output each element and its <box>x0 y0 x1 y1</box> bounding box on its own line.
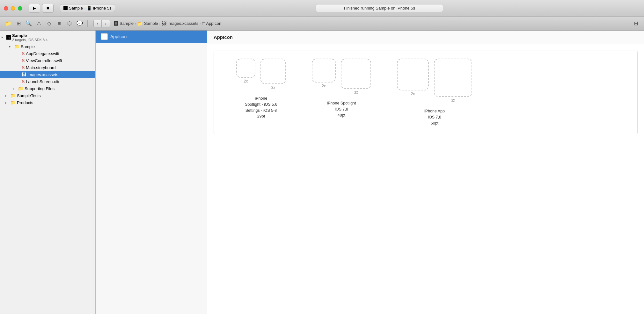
sidebar-root[interactable]: 🅰 Sample 2 targets, iOS SDK 8.4 <box>0 32 95 43</box>
slot-3x-2[interactable] <box>341 59 371 89</box>
sidebar-item-mainstoryboard[interactable]: S Main.storyboard <box>0 64 95 71</box>
slot-scale-3x-2: 3x <box>354 90 358 95</box>
file-list-item-appicon[interactable]: AppIcon <box>96 31 207 43</box>
supporting-label: Supporting Files <box>25 86 55 91</box>
supporting-folder-icon: 📁 <box>18 86 23 91</box>
storyboard-icon: S <box>22 65 25 70</box>
slot-2x-2[interactable] <box>312 59 336 82</box>
stop-button[interactable]: ■ <box>42 4 54 13</box>
section-iphone-spotlight-settings: 2x 3x iPhoneSpotlight - iOS 5,6Settings … <box>223 59 299 119</box>
forward-button[interactable]: › <box>102 20 110 27</box>
breadcrumb-nav: 🅰 Sample › 📁 Sample › 🖼 Images.xcassets … <box>114 21 221 26</box>
breadcrumb-appicon[interactable]: □ AppIcon <box>202 21 221 26</box>
device-label: iPhone 5s <box>93 6 112 11</box>
symbol-navigator-icon[interactable]: ⊞ <box>14 19 23 28</box>
sampletests-disc <box>5 94 9 97</box>
slot-3x-1[interactable] <box>260 59 286 84</box>
split-editor-icon[interactable]: ⊟ <box>631 19 640 28</box>
toolbar: 📁 ⊞ 🔍 ⚠ ◇ ≡ ⬡ 💬 ‹ › 🅰 Sample › 📁 Sample … <box>0 17 644 31</box>
issue-navigator-icon[interactable]: ⚠ <box>34 19 43 28</box>
slot-scale-2x-2: 2x <box>322 84 326 88</box>
log-navigator-icon[interactable]: 💬 <box>75 19 84 28</box>
scheme-selector[interactable]: 🅰 Sample › 📱 iPhone 5s <box>60 4 115 12</box>
sidebar-item-supporting-files[interactable]: 📁 Supporting Files <box>0 85 95 92</box>
breadcrumb-sep-3: › <box>200 22 201 25</box>
slot-col-3x-2: 3x <box>341 59 371 95</box>
back-button[interactable]: ‹ <box>93 20 102 27</box>
breadcrumb-folder-label: Sample <box>144 21 158 26</box>
vc-label: ViewController.swift <box>26 58 62 63</box>
appdelegate-label: AppDelegate.swift <box>26 51 59 56</box>
sampletests-label: SampleTests <box>17 93 40 98</box>
breadcrumb-appicon-label: AppIcon <box>206 21 221 26</box>
xcassets-label: Images.xcassets <box>27 72 58 77</box>
sampletests-icon: 📁 <box>10 93 16 98</box>
content-title: AppIcon <box>214 34 233 40</box>
sidebar-item-sampletests[interactable]: 📁 SampleTests <box>0 92 95 99</box>
status-message: Finished running Sample on iPhone 5s <box>316 4 443 12</box>
products-disc <box>5 101 9 104</box>
swift-file-icon-2: S <box>22 58 25 63</box>
project-root-icon: 🅰 <box>6 35 11 40</box>
slot-scale-3x-1: 3x <box>271 85 275 90</box>
sidebar-item-viewcontroller[interactable]: S ViewController.swift <box>0 57 95 64</box>
section-title-2: iPhone SpotlightiOS 7,840pt <box>327 100 356 118</box>
folder-navigator-icon[interactable]: 📁 <box>4 19 13 28</box>
appicon-bc-icon: □ <box>202 21 205 26</box>
section-iphone-app: 2x 3x iPhone AppiOS 7,860pt <box>384 59 485 126</box>
close-button[interactable] <box>4 6 8 11</box>
section-title-3: iPhone AppiOS 7,860pt <box>424 108 445 126</box>
section-title-1: iPhoneSpotlight - iOS 5,6Settings - iOS … <box>245 96 277 119</box>
slot-col-2x-3: 2x <box>397 59 429 103</box>
breadcrumb-sample-folder[interactable]: 📁 Sample <box>137 21 158 26</box>
main-layout: 🅰 Sample 2 targets, iOS SDK 8.4 📁 Sample… <box>0 31 644 314</box>
report-navigator-icon[interactable]: ⬡ <box>65 19 74 28</box>
sidebar-item-sample-folder[interactable]: 📁 Sample <box>0 43 95 50</box>
breadcrumb-sep-2: › <box>159 22 161 25</box>
slot-3x-3[interactable] <box>434 59 472 97</box>
xcassets-icon: 🖼 <box>162 21 166 26</box>
sidebar-item-appdelegate[interactable]: S AppDelegate.swift <box>0 50 95 57</box>
sample-folder-disclosure <box>9 45 13 48</box>
breakpoint-navigator-icon[interactable]: ≡ <box>55 19 64 28</box>
run-button[interactable]: ▶ <box>29 4 40 13</box>
scheme-icon: 🅰 <box>63 6 68 11</box>
root-name: Sample <box>12 33 48 38</box>
sidebar: 🅰 Sample 2 targets, iOS SDK 8.4 📁 Sample… <box>0 31 96 314</box>
slot-2x-1[interactable] <box>236 59 255 78</box>
separator: › <box>84 6 85 10</box>
sample-folder-icon: 📁 <box>14 44 19 49</box>
storyboard-label: Main.storyboard <box>26 65 55 70</box>
slots-row-2: 2x 3x <box>312 59 371 95</box>
breadcrumb-sample-project[interactable]: 🅰 Sample <box>114 21 134 26</box>
root-info: Sample 2 targets, iOS SDK 8.4 <box>12 33 48 42</box>
debug-navigator-icon[interactable]: ◇ <box>45 19 54 28</box>
swift-file-icon: S <box>22 51 25 56</box>
breadcrumb-project-label: Sample <box>120 21 134 26</box>
appicon-file-label: AppIcon <box>110 34 127 39</box>
slots-row-3: 2x 3x <box>397 59 472 103</box>
breadcrumb-xcassets-label: Images.xcassets <box>168 21 199 26</box>
scheme-label: Sample <box>69 6 83 11</box>
sidebar-item-products[interactable]: 📁 Products <box>0 99 95 106</box>
slot-col-2x-2: 2x <box>312 59 336 95</box>
device-icon: 📱 <box>87 6 92 11</box>
traffic-lights <box>4 6 22 11</box>
slot-2x-3[interactable] <box>397 59 429 90</box>
xib-icon: S <box>22 79 25 84</box>
appicon-grid: 2x 3x iPhoneSpotlight - iOS 5,6Settings … <box>214 51 638 134</box>
appicon-file-icon <box>101 33 108 40</box>
minimize-button[interactable] <box>11 6 15 11</box>
sidebar-item-images-xcassets[interactable]: 🖼 Images.xcassets <box>0 71 95 78</box>
breadcrumb-images-xcassets[interactable]: 🖼 Images.xcassets <box>162 21 199 26</box>
slots-row-1: 2x 3x <box>236 59 286 90</box>
sidebar-item-launchscreen[interactable]: S LaunchScreen.xib <box>0 78 95 85</box>
slot-col-3x-1: 3x <box>260 59 286 90</box>
slot-scale-3x-3: 3x <box>451 98 455 103</box>
search-navigator-icon[interactable]: 🔍 <box>24 19 33 28</box>
xcassets-sidebar-icon: 🖼 <box>22 72 26 77</box>
folder-icon-bc: 📁 <box>137 21 143 26</box>
file-list-panel: AppIcon <box>96 31 207 314</box>
slot-scale-2x-1: 2x <box>244 79 248 83</box>
maximize-button[interactable] <box>18 6 22 11</box>
